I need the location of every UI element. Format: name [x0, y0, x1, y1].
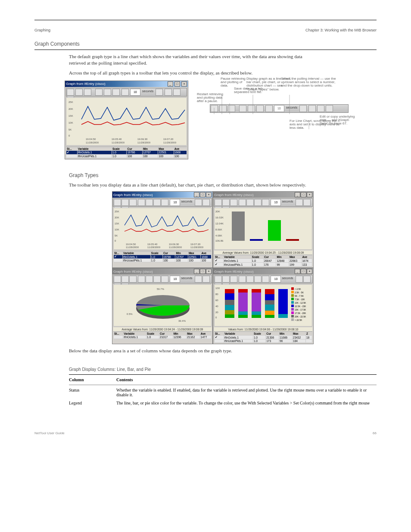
svg-text:20: 20	[215, 311, 218, 314]
minimize-icon[interactable]: _	[194, 192, 199, 197]
dist-chart-button[interactable]	[121, 89, 129, 96]
save-button[interactable]	[129, 276, 137, 283]
pie-chart-button[interactable]	[254, 276, 262, 283]
svg-rect-62	[252, 311, 261, 315]
edit-data-button[interactable]	[296, 276, 303, 283]
pause-button[interactable]	[121, 199, 129, 206]
table-row[interactable]: ✔ifInOctets.11.01978612707225011668	[114, 255, 212, 259]
copy-data-button[interactable]	[202, 276, 210, 283]
col-scale[interactable]: Scale	[112, 147, 127, 150]
save-button[interactable]	[230, 199, 237, 206]
poll-interval-spinner[interactable]: 10	[271, 276, 281, 283]
copy-data-button[interactable]	[165, 89, 172, 96]
pause-button[interactable]	[222, 276, 230, 283]
col-ave[interactable]: Ave	[174, 147, 187, 150]
svg-rect-74	[291, 291, 294, 293]
svg-rect-71	[278, 314, 288, 318]
table-row[interactable]: ✔ifInOctets.11.02004712848228631674	[215, 259, 312, 263]
edit-data-button[interactable]	[296, 199, 303, 206]
col-variable[interactable]: Variable	[77, 147, 112, 150]
save-button[interactable]	[129, 199, 137, 206]
pie-chart-button[interactable]	[112, 89, 120, 96]
svg-rect-53	[225, 305, 234, 310]
poll-unit-label[interactable]: seconds	[181, 277, 192, 280]
header-right: Chapter 3: Working with the MIB Browser	[305, 28, 377, 32]
dist-chart-button[interactable]	[161, 276, 168, 283]
minimize-icon[interactable]: _	[168, 81, 173, 87]
poll-interval-spinner[interactable]: 10	[130, 89, 140, 96]
col-cur[interactable]: Cur	[127, 147, 142, 150]
maximize-icon[interactable]: □	[200, 269, 206, 274]
restart-button[interactable]	[114, 276, 121, 283]
close-icon[interactable]: ×	[307, 269, 312, 274]
pie-chart-button[interactable]	[153, 276, 161, 283]
copy-data-button[interactable]	[303, 276, 311, 283]
minimize-icon[interactable]: _	[295, 269, 300, 274]
dist-chart-button[interactable]	[262, 199, 269, 206]
edit-data-button[interactable]	[195, 276, 202, 283]
col-min[interactable]: Min	[142, 147, 158, 150]
svg-rect-88	[291, 315, 294, 317]
table-caption: Graph Display Columns: Line, Bar, and Pi…	[69, 367, 377, 372]
close-icon[interactable]: ×	[206, 192, 212, 197]
table-row[interactable]: ✔ifInUcastPkts.11.017699199133	[215, 263, 312, 267]
edit-data-button[interactable]	[156, 89, 163, 96]
copy-data-button[interactable]	[303, 199, 311, 206]
minimize-icon[interactable]: _	[194, 269, 199, 274]
dist-chart-button[interactable]	[161, 199, 168, 206]
restart-button[interactable]	[114, 199, 121, 206]
copy-data-button[interactable]	[202, 199, 210, 206]
poll-unit-label[interactable]: seconds	[282, 200, 293, 203]
dist-chart-button[interactable]	[262, 276, 269, 283]
close-icon[interactable]: ×	[181, 81, 187, 87]
svg-text:11/28/2000: 11/28/2000	[126, 246, 139, 249]
line-chart-button[interactable]	[95, 89, 103, 96]
bar-chart-button[interactable]	[104, 89, 111, 96]
poll-interval-spinner[interactable]: 10	[170, 276, 180, 283]
maximize-icon[interactable]: □	[301, 192, 306, 197]
maximize-icon[interactable]: □	[174, 81, 180, 87]
scroll-left-button[interactable]	[173, 89, 181, 96]
pie-chart-button[interactable]	[254, 199, 262, 206]
maximize-icon[interactable]: □	[301, 269, 306, 274]
table-row[interactable]: ✔ifInOctets.11.021306116862343218	[215, 336, 312, 339]
poll-unit-label[interactable]: seconds	[282, 277, 293, 280]
save-button[interactable]	[230, 276, 237, 283]
table-row[interactable]: ifInUcastPkts.11.017396184	[215, 339, 312, 343]
edit-data-button[interactable]	[195, 199, 202, 206]
maximize-icon[interactable]: □	[200, 192, 206, 197]
poll-interval-spinner[interactable]: 10	[170, 199, 180, 206]
table-row[interactable]: ifInOctets.11.02101712396211621477	[114, 336, 212, 339]
line-chart-button[interactable]	[138, 199, 145, 206]
restart-button[interactable]	[215, 199, 222, 206]
table-row[interactable]: ifInUcastPkts.11.0100100100100	[66, 154, 187, 158]
bar-chart-button[interactable]	[146, 199, 153, 206]
restart-button[interactable]	[215, 276, 222, 283]
svg-rect-76	[291, 294, 294, 297]
line-chart-button[interactable]	[239, 276, 246, 283]
pause-button[interactable]	[222, 199, 230, 206]
poll-interval-spinner[interactable]: 10	[271, 199, 281, 206]
bar-chart-area: 20K 16.02K 12.04K 8.06K 4.08K 106.86	[214, 208, 312, 250]
para-3: The toolbar lets you display data as a l…	[69, 182, 319, 188]
poll-unit-label[interactable]: seconds	[142, 90, 153, 93]
ylabel: 25K	[68, 101, 73, 103]
col-max[interactable]: Max	[158, 147, 174, 150]
bar-chart-button[interactable]	[246, 199, 254, 206]
minimize-icon[interactable]: _	[295, 192, 300, 197]
line-chart-button[interactable]	[239, 199, 246, 206]
table-row[interactable]: ifInUcastPkts.11.0100100100100	[114, 259, 212, 262]
close-icon[interactable]: ×	[206, 269, 212, 274]
bar-chart-button[interactable]	[146, 276, 153, 283]
pause-button[interactable]	[121, 276, 129, 283]
col-status[interactable]: St...	[66, 147, 78, 150]
restart-button[interactable]	[67, 89, 74, 96]
close-icon[interactable]: ×	[307, 192, 312, 197]
table-row[interactable]: ✔ifInOctets.11.01978612707225011668	[66, 150, 187, 154]
pause-button[interactable]	[75, 89, 83, 96]
line-chart-button[interactable]	[138, 276, 145, 283]
bar-chart-button[interactable]	[246, 276, 254, 283]
save-button[interactable]	[84, 89, 91, 96]
poll-unit-label[interactable]: seconds	[181, 200, 192, 203]
pie-chart-button[interactable]	[153, 199, 161, 206]
